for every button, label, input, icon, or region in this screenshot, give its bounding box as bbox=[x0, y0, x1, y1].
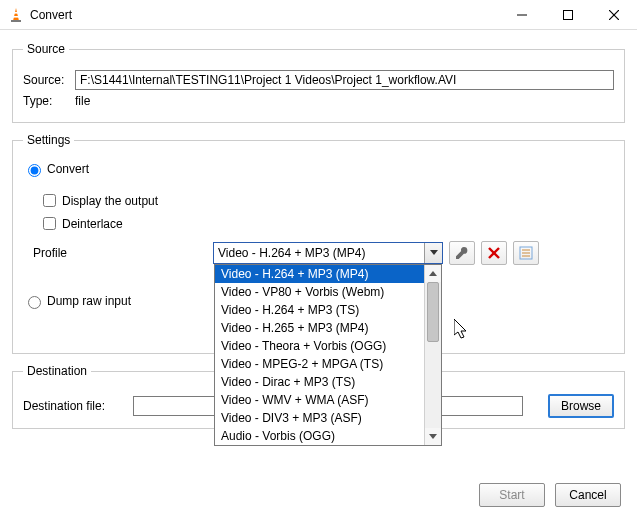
profile-combobox[interactable]: Video - H.264 + MP3 (MP4) Video - H.264 … bbox=[213, 242, 443, 264]
maximize-button[interactable] bbox=[545, 0, 591, 30]
display-output-checkbox-input[interactable] bbox=[43, 194, 56, 207]
scroll-track[interactable] bbox=[425, 282, 441, 428]
browse-button[interactable]: Browse bbox=[548, 394, 614, 418]
convert-radio[interactable]: Convert bbox=[23, 161, 89, 177]
window-title: Convert bbox=[30, 8, 72, 22]
profile-option[interactable]: Video - H.264 + MP3 (TS) bbox=[215, 301, 441, 319]
dump-raw-radio[interactable]: Dump raw input bbox=[23, 293, 131, 309]
scroll-up-icon[interactable] bbox=[425, 265, 441, 282]
minimize-icon bbox=[517, 10, 527, 20]
settings-legend: Settings bbox=[23, 133, 74, 147]
start-button[interactable]: Start bbox=[479, 483, 545, 507]
svg-marker-0 bbox=[13, 8, 19, 21]
wrench-icon bbox=[455, 246, 469, 260]
close-icon bbox=[609, 10, 619, 20]
profile-option[interactable]: Video - MPEG-2 + MPGA (TS) bbox=[215, 355, 441, 373]
edit-profile-button[interactable] bbox=[449, 241, 475, 265]
svg-rect-1 bbox=[14, 12, 19, 14]
profile-option[interactable]: Video - WMV + WMA (ASF) bbox=[215, 391, 441, 409]
svg-marker-9 bbox=[429, 271, 437, 276]
deinterlace-checkbox[interactable]: Deinterlace bbox=[39, 214, 614, 233]
source-legend: Source bbox=[23, 42, 69, 56]
dialog-footer: Start Cancel bbox=[479, 483, 621, 507]
svg-marker-8 bbox=[430, 250, 438, 255]
source-label: Source: bbox=[23, 73, 75, 87]
convert-radio-label: Convert bbox=[47, 162, 89, 176]
convert-radio-input[interactable] bbox=[28, 164, 41, 177]
delete-icon bbox=[488, 247, 500, 259]
profile-option[interactable]: Video - DIV3 + MP3 (ASF) bbox=[215, 409, 441, 427]
dump-raw-label: Dump raw input bbox=[47, 294, 131, 308]
scroll-thumb[interactable] bbox=[427, 282, 439, 342]
new-profile-icon bbox=[519, 246, 533, 260]
destination-legend: Destination bbox=[23, 364, 91, 378]
minimize-button[interactable] bbox=[499, 0, 545, 30]
profile-option[interactable]: Audio - Vorbis (OGG) bbox=[215, 427, 441, 445]
svg-rect-2 bbox=[13, 16, 19, 18]
new-profile-button[interactable] bbox=[513, 241, 539, 265]
chevron-down-icon[interactable] bbox=[424, 243, 442, 263]
close-button[interactable] bbox=[591, 0, 637, 30]
svg-marker-10 bbox=[429, 434, 437, 439]
profile-option[interactable]: Video - H.265 + MP3 (MP4) bbox=[215, 319, 441, 337]
svg-rect-5 bbox=[564, 10, 573, 19]
profile-dropdown[interactable]: Video - H.264 + MP3 (MP4) Video - VP80 +… bbox=[214, 264, 442, 446]
cancel-button[interactable]: Cancel bbox=[555, 483, 621, 507]
vlc-cone-icon bbox=[8, 7, 24, 23]
dropdown-scrollbar[interactable] bbox=[424, 265, 441, 445]
deinterlace-label: Deinterlace bbox=[62, 217, 123, 231]
scroll-down-icon[interactable] bbox=[425, 428, 441, 445]
titlebar: Convert bbox=[0, 0, 637, 30]
display-output-checkbox[interactable]: Display the output bbox=[39, 191, 614, 210]
delete-profile-button[interactable] bbox=[481, 241, 507, 265]
deinterlace-checkbox-input[interactable] bbox=[43, 217, 56, 230]
profile-option[interactable]: Video - Theora + Vorbis (OGG) bbox=[215, 337, 441, 355]
dump-raw-radio-input[interactable] bbox=[28, 296, 41, 309]
profile-option[interactable]: Video - H.264 + MP3 (MP4) bbox=[215, 265, 441, 283]
destination-file-label: Destination file: bbox=[23, 399, 133, 413]
browse-button-label: Browse bbox=[561, 399, 601, 413]
svg-rect-3 bbox=[11, 20, 21, 22]
type-label: Type: bbox=[23, 94, 75, 108]
profile-label: Profile bbox=[23, 246, 213, 260]
source-group: Source Source: Type: file bbox=[12, 42, 625, 123]
maximize-icon bbox=[563, 10, 573, 20]
profile-selected-text: Video - H.264 + MP3 (MP4) bbox=[214, 246, 424, 260]
profile-option[interactable]: Video - Dirac + MP3 (TS) bbox=[215, 373, 441, 391]
settings-group: Settings Convert Display the output Dein… bbox=[12, 133, 625, 354]
source-input[interactable] bbox=[75, 70, 614, 90]
type-value: file bbox=[75, 94, 90, 108]
profile-option[interactable]: Video - VP80 + Vorbis (Webm) bbox=[215, 283, 441, 301]
cancel-button-label: Cancel bbox=[569, 488, 606, 502]
start-button-label: Start bbox=[499, 488, 524, 502]
display-output-label: Display the output bbox=[62, 194, 158, 208]
